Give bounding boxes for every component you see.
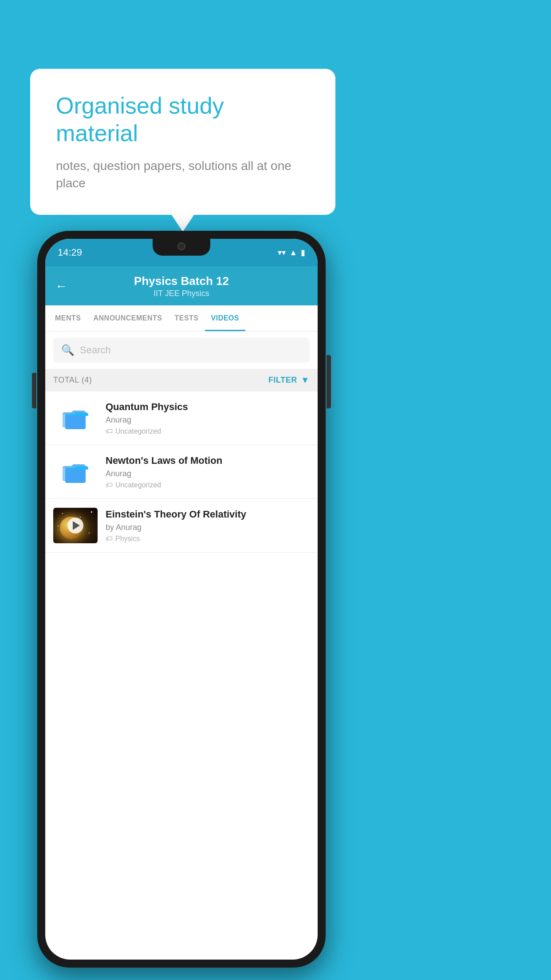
tab-tests[interactable]: TESTS <box>168 305 205 331</box>
play-button[interactable] <box>67 518 83 533</box>
status-icons: ▾▾ ▲ ▮ <box>278 248 305 257</box>
video-author-1: Anurag <box>106 415 310 425</box>
video-title-1: Quantum Physics <box>106 401 310 413</box>
filter-button[interactable]: FILTER ▼ <box>268 375 310 385</box>
search-container: 🔍 Search <box>45 332 318 369</box>
tag-icon-1: 🏷 <box>106 427 113 435</box>
filter-icon: ▼ <box>301 375 310 385</box>
bubble-subtitle: notes, question papers, solutions all at… <box>56 157 310 192</box>
video-tag-label-1: Uncategorized <box>115 427 161 435</box>
folder-thumb-2 <box>53 454 98 490</box>
video-title-2: Newton's Laws of Motion <box>106 455 310 466</box>
speech-bubble-card: Organised study material notes, question… <box>30 69 335 215</box>
play-triangle <box>73 521 80 530</box>
video-author-2: Anurag <box>106 469 310 478</box>
folder-icon <box>62 404 89 432</box>
video-info-2: Newton's Laws of Motion Anurag 🏷 Uncateg… <box>106 455 310 489</box>
camera-dot <box>177 242 185 250</box>
wifi-icon: ▾▾ <box>278 248 286 257</box>
video-tag-2: 🏷 Uncategorized <box>106 481 310 489</box>
battery-icon: ▮ <box>301 248 305 257</box>
tab-ments[interactable]: MENTS <box>49 305 87 331</box>
filter-bar: TOTAL (4) FILTER ▼ <box>45 369 318 391</box>
total-count: TOTAL (4) <box>53 375 92 385</box>
video-list: Quantum Physics Anurag 🏷 Uncategorized <box>45 391 318 553</box>
tab-videos[interactable]: VIDEOS <box>205 305 245 331</box>
video-tag-label-3: Physics <box>115 535 140 543</box>
tag-icon-3: 🏷 <box>106 535 113 543</box>
video-thumbnail-3[interactable] <box>53 508 98 543</box>
video-tag-label-2: Uncategorized <box>115 481 161 489</box>
video-author-3: by Anurag <box>106 523 310 532</box>
list-item[interactable]: Quantum Physics Anurag 🏷 Uncategorized <box>45 391 318 445</box>
phone-device: 14:29 ▾▾ ▲ ▮ ← Physics Batch 12 IIT JEE … <box>37 231 326 968</box>
signal-icon: ▲ <box>289 248 297 257</box>
video-info-3: Einstein's Theory Of Relativity by Anura… <box>106 509 310 543</box>
svg-rect-1 <box>65 414 86 429</box>
status-time: 14:29 <box>58 247 82 258</box>
search-icon: 🔍 <box>61 344 75 356</box>
app-header: ← Physics Batch 12 IIT JEE Physics <box>45 266 318 305</box>
video-tag-3: 🏷 Physics <box>106 535 310 543</box>
list-item[interactable]: Einstein's Theory Of Relativity by Anura… <box>45 499 318 553</box>
svg-rect-3 <box>65 468 86 483</box>
back-button[interactable]: ← <box>55 279 67 293</box>
tab-announcements[interactable]: ANNOUNCEMENTS <box>87 305 169 331</box>
bubble-title: Organised study material <box>56 92 310 147</box>
video-tag-1: 🏷 Uncategorized <box>106 427 310 435</box>
video-title-3: Einstein's Theory Of Relativity <box>106 509 310 520</box>
header-subtitle: IIT JEE Physics <box>75 289 287 298</box>
video-info-1: Quantum Physics Anurag 🏷 Uncategorized <box>106 401 310 435</box>
list-item[interactable]: Newton's Laws of Motion Anurag 🏷 Uncateg… <box>45 445 318 499</box>
folder-icon <box>62 458 89 486</box>
search-bar[interactable]: 🔍 Search <box>53 338 310 363</box>
header-title: Physics Batch 12 <box>75 274 287 288</box>
filter-label: FILTER <box>268 375 297 385</box>
folder-thumb-1 <box>53 400 98 436</box>
search-input[interactable]: Search <box>80 344 111 356</box>
status-bar: 14:29 ▾▾ ▲ ▮ <box>45 239 318 266</box>
tabs-bar: MENTS ANNOUNCEMENTS TESTS VIDEOS <box>45 305 318 332</box>
tag-icon-2: 🏷 <box>106 481 113 489</box>
phone-notch <box>153 239 210 256</box>
